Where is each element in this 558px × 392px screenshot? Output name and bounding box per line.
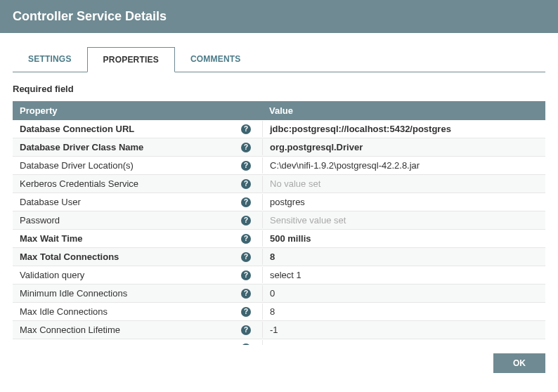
- help-icon[interactable]: ?: [241, 197, 251, 207]
- table-row[interactable]: Database Driver Location(s)?C:\dev\nifi-…: [13, 157, 545, 175]
- property-value[interactable]: postgres: [262, 194, 545, 210]
- property-value[interactable]: Sensitive value set: [262, 212, 545, 228]
- table-header: Property Value: [13, 101, 545, 120]
- property-value[interactable]: 500 millis: [262, 230, 545, 247]
- header-value: Value: [262, 101, 545, 120]
- help-icon[interactable]: ?: [241, 179, 251, 189]
- property-cell: Database Driver Class Name?: [13, 139, 262, 155]
- table-row[interactable]: Database User?postgres: [13, 193, 545, 211]
- property-name: Password: [20, 215, 60, 226]
- table-row[interactable]: Max Connection Lifetime?-1: [13, 321, 545, 339]
- tab-comments[interactable]: COMMENTS: [175, 47, 257, 72]
- table-body[interactable]: Database Connection URL?jdbc:postgresql:…: [13, 120, 545, 345]
- property-name: Time Between Eviction Runs: [20, 343, 136, 345]
- property-name: Max Connection Lifetime: [20, 325, 120, 335]
- property-value[interactable]: -1: [262, 322, 545, 338]
- help-icon[interactable]: ?: [241, 307, 251, 317]
- help-icon[interactable]: ?: [241, 344, 251, 346]
- property-cell: Database User?: [13, 194, 262, 210]
- property-cell: Max Wait Time?: [13, 230, 262, 247]
- property-name: Database User: [20, 197, 81, 207]
- property-name: Max Idle Connections: [20, 306, 108, 317]
- help-icon[interactable]: ?: [241, 289, 251, 299]
- property-cell: Database Driver Location(s)?: [13, 157, 262, 174]
- tab-properties[interactable]: PROPERTIES: [87, 47, 175, 72]
- property-cell: Database Connection URL?: [13, 121, 262, 137]
- table-row[interactable]: Max Idle Connections?8: [13, 303, 545, 321]
- table-row[interactable]: Database Driver Class Name?org.postgresq…: [13, 138, 545, 157]
- property-value[interactable]: -1: [262, 340, 545, 345]
- property-name: Validation query: [20, 270, 84, 280]
- property-value[interactable]: 0: [262, 285, 545, 301]
- dialog-title: Controller Service Details: [13, 9, 167, 24]
- help-icon[interactable]: ?: [241, 216, 251, 226]
- help-icon[interactable]: ?: [241, 143, 251, 152]
- property-cell: Time Between Eviction Runs?: [13, 340, 262, 345]
- table-row[interactable]: Database Connection URL?jdbc:postgresql:…: [13, 120, 545, 138]
- property-cell: Validation query?: [13, 267, 262, 283]
- properties-table: Property Value Database Connection URL?j…: [13, 101, 545, 345]
- help-icon[interactable]: ?: [241, 234, 251, 244]
- help-icon[interactable]: ?: [241, 270, 251, 280]
- ok-button[interactable]: OK: [493, 353, 545, 373]
- help-icon[interactable]: ?: [241, 252, 251, 262]
- dialog-header: Controller Service Details: [0, 0, 558, 33]
- property-cell: Password?: [13, 212, 262, 228]
- property-cell: Minimum Idle Connections?: [13, 285, 262, 301]
- table-row[interactable]: Kerberos Credentials Service?No value se…: [13, 175, 545, 193]
- table-row[interactable]: Validation query?select 1: [13, 266, 545, 285]
- table-row[interactable]: Minimum Idle Connections?0: [13, 285, 545, 303]
- property-value[interactable]: org.postgresql.Driver: [262, 139, 545, 155]
- property-cell: Kerberos Credentials Service?: [13, 176, 262, 192]
- property-name: Database Connection URL: [20, 124, 134, 134]
- property-name: Database Driver Location(s): [20, 160, 134, 171]
- required-field-label: Required field: [13, 84, 545, 94]
- property-name: Minimum Idle Connections: [20, 288, 127, 299]
- property-value[interactable]: select 1: [262, 267, 545, 283]
- property-name: Kerberos Credentials Service: [20, 178, 138, 189]
- header-property: Property: [13, 101, 262, 120]
- property-cell: Max Total Connections?: [13, 249, 262, 265]
- tabs: SETTINGS PROPERTIES COMMENTS: [13, 47, 545, 72]
- property-value[interactable]: No value set: [262, 176, 545, 192]
- property-name: Max Total Connections: [20, 251, 119, 262]
- table-row[interactable]: Max Total Connections?8: [13, 248, 545, 266]
- property-value[interactable]: C:\dev\nifi-1.9.2\postgresql-42.2.8.jar: [262, 157, 545, 174]
- property-name: Max Wait Time: [20, 233, 83, 244]
- property-value[interactable]: jdbc:postgresql://localhost:5432/postgre…: [262, 121, 545, 137]
- property-cell: Max Idle Connections?: [13, 303, 262, 320]
- tab-settings[interactable]: SETTINGS: [13, 47, 87, 72]
- property-name: Database Driver Class Name: [20, 142, 143, 152]
- property-value[interactable]: 8: [262, 249, 545, 265]
- table-row[interactable]: Max Wait Time?500 millis: [13, 230, 545, 248]
- help-icon[interactable]: ?: [241, 124, 251, 134]
- property-value[interactable]: 8: [262, 303, 545, 320]
- property-cell: Max Connection Lifetime?: [13, 322, 262, 338]
- help-icon[interactable]: ?: [241, 325, 251, 335]
- table-row[interactable]: Time Between Eviction Runs?-1: [13, 339, 545, 345]
- table-row[interactable]: Password?Sensitive value set: [13, 211, 545, 230]
- dialog-content: SETTINGS PROPERTIES COMMENTS Required fi…: [0, 33, 558, 345]
- dialog-footer: OK: [0, 345, 558, 381]
- help-icon[interactable]: ?: [241, 161, 251, 171]
